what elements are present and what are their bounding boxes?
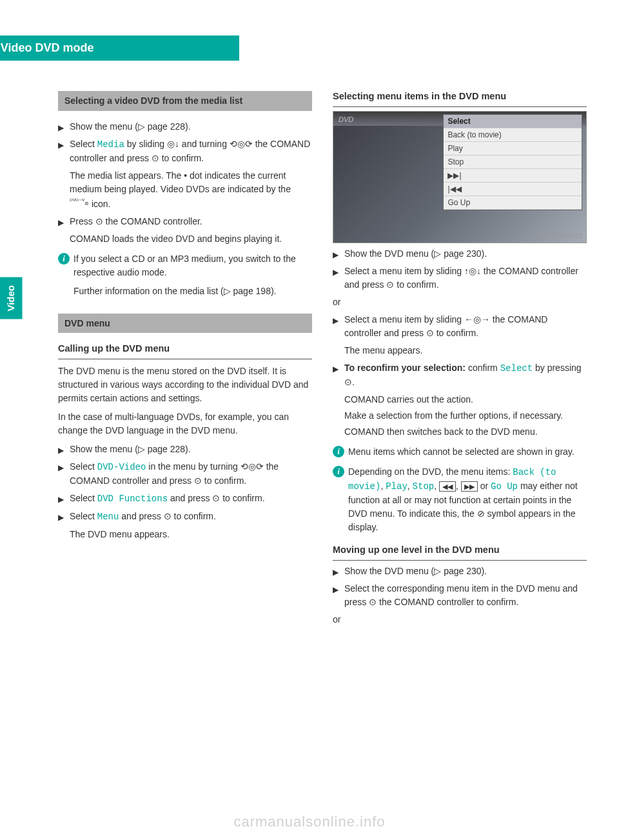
step-text: Select DVD Functions and press ⊙ to conf… — [70, 492, 312, 506]
info-icon: i — [333, 466, 344, 477]
menu-item-select: Select — [444, 115, 582, 128]
mono-dvd-functions: DVD Functions — [97, 494, 168, 504]
left-column: Selecting a video DVD from the media lis… — [58, 81, 312, 630]
step-select-media: ▶ Select Media by sliding ◎↓ and turning… — [58, 137, 312, 165]
subheading-calling-dvd: Calling up the DVD menu — [58, 342, 312, 359]
info-text: Menu items which cannot be selected are … — [348, 445, 587, 459]
step-text: Select DVD-Video in the menu by turning … — [70, 460, 312, 488]
triangle-icon: ▶ — [58, 510, 70, 523]
step-select-dvd-video: ▶ Select DVD-Video in the menu by turnin… — [58, 460, 312, 488]
watermark: carmanualsonline.info — [0, 811, 619, 832]
step-select-horizontal: ▶ Select a menu item by sliding ←◎→ the … — [333, 313, 587, 340]
triangle-icon: ▶ — [58, 137, 70, 151]
step-show-dvd-menu: ▶ Show the DVD menu (▷ page 230). — [333, 247, 587, 261]
step-text: Select a menu item by sliding ↑◎↓ the CO… — [344, 265, 587, 292]
dvd-menu-screenshot: DVD Select Back (to movie) Play Stop ▶▶|… — [333, 111, 587, 243]
dvd-v-icon: ᴰⱽᴰ⁻ⱽ⊚ — [70, 197, 89, 205]
subheader-dvd-menu: DVD menu — [58, 314, 312, 334]
step-result: The menu appears. — [344, 344, 587, 357]
page-header: 230 Video DVD mode — [0, 35, 239, 61]
triangle-icon: ▶ — [333, 265, 344, 278]
mono-media: Media — [97, 139, 124, 150]
step-result: The media list appears. The • dot indica… — [70, 169, 312, 211]
subheading-selecting-items: Selecting menu items in the DVD menu — [333, 90, 587, 107]
mono-select: Select — [500, 363, 533, 374]
step-result: COMAND loads the video DVD and begins pl… — [70, 232, 312, 246]
mono-menu: Menu — [97, 512, 119, 522]
step-result: Make a selection from the further option… — [344, 409, 587, 423]
triangle-icon: ▶ — [333, 565, 344, 578]
info-note-gray: i Menu items which cannot be selected ar… — [333, 445, 587, 459]
triangle-icon: ▶ — [333, 313, 344, 326]
menu-item-goup: Go Up — [444, 196, 582, 210]
step-show-menu: ▶ Show the menu (▷ page 228). — [58, 120, 312, 134]
subheader-media-list: Selecting a video DVD from the media lis… — [58, 91, 312, 111]
info-note-cd-mp3: i If you select a CD or an MP3 medium, y… — [58, 252, 312, 303]
right-column: Selecting menu items in the DVD menu DVD… — [333, 81, 587, 630]
paragraph: In the case of multi-language DVDs, for … — [58, 410, 312, 437]
step-text: Show the menu (▷ page 228). — [70, 443, 312, 456]
info-text-line: Further information on the media list (▷… — [74, 285, 312, 298]
subheading-moving-up: Moving up one level in the DVD menu — [333, 543, 587, 561]
info-text: Depending on the DVD, the menu items: Ba… — [348, 465, 587, 534]
info-text-line: If you select a CD or an MP3 medium, you… — [74, 252, 312, 279]
step-result: The DVD menu appears. — [70, 528, 312, 541]
forward-icon: ▶▶ — [461, 481, 478, 492]
screenshot-caption: P82.89-0093-31 — [536, 231, 582, 241]
step-select-dvd-functions: ▶ Select DVD Functions and press ⊙ to co… — [58, 492, 312, 506]
menu-item-next: ▶▶| — [444, 169, 582, 183]
side-tab-video: Video — [0, 277, 23, 319]
triangle-icon: ▶ — [333, 582, 344, 595]
mono-dvd-video: DVD-Video — [97, 462, 146, 472]
step-text: To reconfirm your selection: confirm Sel… — [344, 361, 587, 389]
step-show-menu-2: ▶ Show the menu (▷ page 228). — [58, 443, 312, 456]
triangle-icon: ▶ — [333, 361, 344, 375]
step-select-menu: ▶ Select Menu and press ⊙ to confirm. — [58, 510, 312, 524]
step-select-corresponding: ▶ Select the corresponding menu item in … — [333, 582, 587, 609]
or-separator: or — [333, 613, 587, 626]
triangle-icon: ▶ — [58, 443, 70, 456]
step-show-dvd-menu-2: ▶ Show the DVD menu (▷ page 230). — [333, 565, 587, 578]
screenshot-menu-list: Select Back (to movie) Play Stop ▶▶| |◀◀… — [443, 114, 582, 210]
triangle-icon: ▶ — [58, 215, 70, 228]
info-note-depending: i Depending on the DVD, the menu items: … — [333, 465, 587, 534]
step-text: Select the corresponding menu item in th… — [344, 582, 587, 609]
triangle-icon: ▶ — [58, 120, 70, 134]
step-reconfirm: ▶ To reconfirm your selection: confirm S… — [333, 361, 587, 389]
step-result: COMAND then switches back to the DVD men… — [344, 425, 587, 439]
menu-item-stop: Stop — [444, 155, 582, 169]
paragraph: The DVD menu is the menu stored on the D… — [58, 365, 312, 405]
step-press-controller: ▶ Press ⊙ the COMAND controller. — [58, 215, 312, 228]
menu-item-prev: |◀◀ — [444, 183, 582, 196]
info-icon: i — [333, 446, 344, 457]
menu-item-back: Back (to movie) — [444, 128, 582, 142]
or-separator: or — [333, 295, 587, 309]
triangle-icon: ▶ — [58, 492, 70, 505]
step-text: Show the menu (▷ page 228). — [70, 120, 312, 134]
step-select-vertical: ▶ Select a menu item by sliding ↑◎↓ the … — [333, 265, 587, 292]
menu-item-play: Play — [444, 142, 582, 155]
triangle-icon: ▶ — [333, 247, 344, 261]
step-text: Select Menu and press ⊙ to confirm. — [70, 510, 312, 524]
step-text: Show the DVD menu (▷ page 230). — [344, 565, 587, 578]
info-icon: i — [58, 253, 70, 265]
step-text: Show the DVD menu (▷ page 230). — [344, 247, 587, 261]
step-text: Press ⊙ the COMAND controller. — [70, 215, 312, 228]
chapter-title: Video DVD mode — [0, 39, 93, 57]
triangle-icon: ▶ — [58, 460, 70, 474]
step-result: COMAND carries out the action. — [344, 393, 587, 406]
step-text: Select a menu item by sliding ←◎→ the CO… — [344, 313, 587, 340]
step-text: Select Media by sliding ◎↓ and turning ⟲… — [70, 137, 312, 165]
rewind-icon: ◀◀ — [439, 481, 456, 492]
